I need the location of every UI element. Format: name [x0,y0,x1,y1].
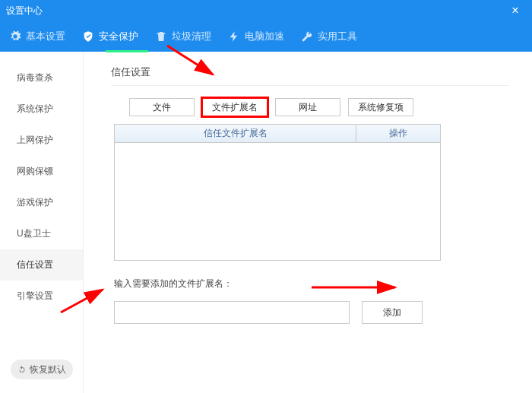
sidebar-item-game-protect[interactable]: 游戏保护 [0,187,83,218]
section-title: 信任设置 [111,65,509,86]
tab-system-repair[interactable]: 系统修复项 [348,98,413,116]
list-header-name: 信任文件扩展名 [115,125,356,142]
close-icon[interactable]: × [505,4,526,17]
gear-icon [9,30,21,43]
nav-security[interactable]: 安全保护 [81,25,140,48]
bolt-icon [228,30,240,43]
nav-label: 基本设置 [26,30,65,43]
input-prompt: 输入需要添加的文件扩展名： [114,277,509,290]
tab-file-extension[interactable]: 文件扩展名 [202,98,268,116]
nav-speedup[interactable]: 电脑加速 [226,25,286,48]
sidebar-item-shopping-guard[interactable]: 网购保镖 [0,156,83,187]
trust-tabs: 文件 文件扩展名 网址 系统修复项 [129,98,509,116]
restore-label: 恢复默认 [30,363,66,376]
tab-url[interactable]: 网址 [275,98,340,116]
nav-cleanup[interactable]: 垃圾清理 [154,25,213,48]
sidebar-item-virus-scan[interactable]: 病毒查杀 [0,62,83,93]
shield-icon [82,30,94,43]
nav-label: 垃圾清理 [172,30,211,43]
sidebar-item-web-protect[interactable]: 上网保护 [0,125,83,156]
content-area: 信任设置 文件 文件扩展名 网址 系统修复项 信任文件扩展名 操作 输入需要添加… [84,52,532,393]
sidebar-item-system-protect[interactable]: 系统保护 [0,93,83,125]
restore-defaults-button[interactable]: 恢复默认 [11,360,73,379]
sidebar-item-engine-settings[interactable]: 引擎设置 [0,280,83,312]
window-title: 设置中心 [6,5,43,17]
sidebar: 病毒查杀 系统保护 上网保护 网购保镖 游戏保护 U盘卫士 信任设置 引擎设置 … [0,52,84,393]
nav-label: 安全保护 [99,30,138,43]
refresh-icon [17,365,27,374]
list-body [115,143,440,260]
tab-file[interactable]: 文件 [129,98,195,116]
trash-icon [155,30,167,43]
title-bar: 设置中心 × [0,0,532,21]
list-header: 信任文件扩展名 操作 [115,125,440,143]
top-nav: 基本设置 安全保护 垃圾清理 电脑加速 实用工具 [0,21,532,52]
list-header-action: 操作 [356,125,440,142]
sidebar-item-usb-guard[interactable]: U盘卫士 [0,218,83,249]
wrench-icon [301,30,313,43]
trusted-list: 信任文件扩展名 操作 [114,124,441,261]
add-button[interactable]: 添加 [362,301,423,324]
nav-label: 实用工具 [318,30,357,43]
nav-basic-settings[interactable]: 基本设置 [8,25,67,48]
nav-label: 电脑加速 [245,30,284,43]
sidebar-item-trust-settings[interactable]: 信任设置 [0,249,83,280]
nav-tools[interactable]: 实用工具 [299,25,359,48]
extension-input[interactable] [114,301,350,324]
